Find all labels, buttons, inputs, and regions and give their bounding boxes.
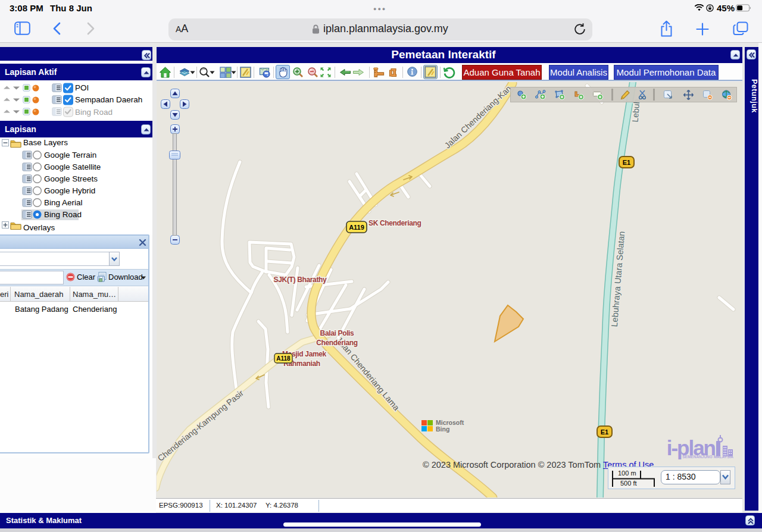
svg-text:Chenderiang-Kampung Pasir: Chenderiang-Kampung Pasir xyxy=(157,388,245,463)
svg-text:Jalan Chenderiang-Kan: Jalan Chenderiang-Kan xyxy=(442,83,513,150)
svg-text:SJK(T) Bharathy: SJK(T) Bharathy xyxy=(274,276,327,284)
svg-text:Bing: Bing xyxy=(436,425,449,433)
svg-text:100 m: 100 m xyxy=(618,470,636,477)
svg-text:Chenderiang: Chenderiang xyxy=(316,339,358,347)
svg-text:E1: E1 xyxy=(623,159,630,166)
svg-text:A118: A118 xyxy=(276,355,291,362)
svg-text:Balai Polis: Balai Polis xyxy=(320,329,355,337)
svg-text:500 ft: 500 ft xyxy=(620,480,637,487)
svg-text:A119: A119 xyxy=(349,224,364,231)
svg-text:SK Chenderiang: SK Chenderiang xyxy=(368,219,421,227)
